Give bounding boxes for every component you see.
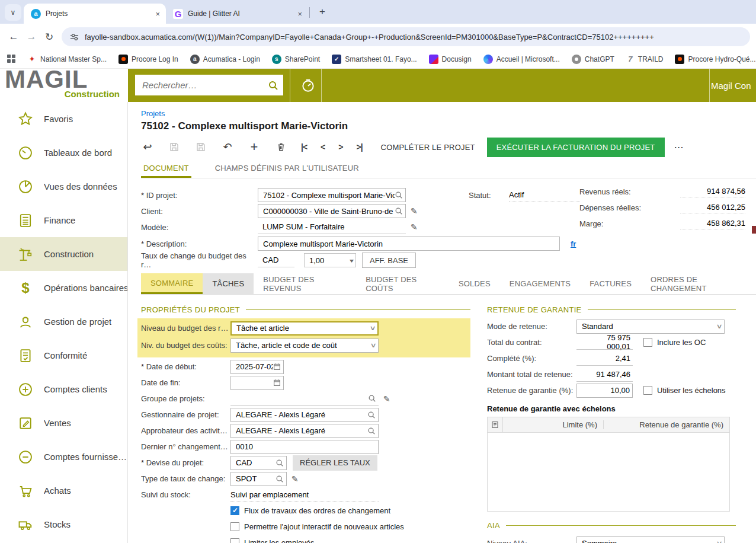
undo-icon[interactable]: ↶ bbox=[221, 140, 234, 154]
tab-soldes[interactable]: SOLDES bbox=[449, 273, 500, 294]
browser-tab-glitter[interactable]: G Guide | Glitter AI × bbox=[166, 4, 308, 24]
change-order-workflow-checkbox[interactable] bbox=[230, 506, 239, 515]
set-rates-button[interactable]: RÉGLER LES TAUX bbox=[293, 455, 377, 471]
bookmark-sharepoint[interactable]: s SharePoint bbox=[272, 55, 320, 64]
delete-icon[interactable] bbox=[274, 142, 287, 152]
browser-back-icon[interactable]: ← bbox=[5, 31, 23, 43]
tab-sommaire[interactable]: SOMMAIRE bbox=[141, 273, 203, 294]
new-tab-button[interactable]: + bbox=[315, 4, 330, 20]
start-date-field[interactable]: 2025-07-02 bbox=[230, 360, 284, 374]
limit-employees-checkbox[interactable] bbox=[230, 538, 239, 543]
tab-engagements[interactable]: ENGAGEMENTS bbox=[500, 273, 580, 294]
calendar-icon[interactable] bbox=[273, 363, 281, 370]
include-co-checkbox[interactable] bbox=[643, 338, 652, 347]
project-manager-field[interactable]: ALEGARE - Alexis Légaré bbox=[230, 408, 379, 422]
lookup-icon[interactable] bbox=[395, 191, 403, 199]
run-project-billing-button[interactable]: EXÉCUTER LA FACTURATION DU PROJET bbox=[487, 138, 665, 157]
translation-fr-link[interactable]: fr bbox=[571, 239, 576, 248]
template-field[interactable]: LUMP SUM - Forfaitaire bbox=[258, 220, 406, 234]
sidebar-item-tableaux-de-bord[interactable]: Tableaux de bord bbox=[0, 136, 127, 170]
close-tab-icon[interactable]: × bbox=[155, 9, 160, 18]
sidebar-item-vues-des-donnees[interactable]: Vues des données bbox=[0, 170, 127, 203]
last-record-icon[interactable]: >| bbox=[356, 142, 362, 152]
save-close-icon[interactable] bbox=[168, 142, 181, 152]
lookup-icon[interactable] bbox=[276, 459, 284, 467]
budget-rate-dropdown[interactable]: 1,00 ▾ bbox=[304, 253, 356, 267]
browser-reload-icon[interactable]: ↻ bbox=[40, 31, 58, 43]
search-input[interactable] bbox=[142, 80, 268, 90]
bookmark-procore-hydro[interactable]: Procore Hydro-Qué... bbox=[675, 55, 755, 64]
client-field[interactable]: C000000030 - Ville de Saint-Bruno-de bbox=[258, 204, 406, 218]
breadcrumb[interactable]: Projets bbox=[141, 109, 756, 118]
edit-pencil-icon[interactable]: ✎ bbox=[411, 206, 418, 216]
more-actions-icon[interactable]: ⋯ bbox=[674, 142, 685, 153]
bookmark-national-master[interactable]: ✦ National Master Sp... bbox=[27, 55, 107, 63]
aff-base-button[interactable]: AFF. BASE bbox=[362, 253, 416, 268]
table-empty-body[interactable] bbox=[488, 433, 729, 511]
sidebar-item-conformite[interactable]: Conformité bbox=[0, 338, 127, 372]
retainage-pct-field[interactable]: 10,00 bbox=[576, 384, 633, 398]
bookmark-smartsheet[interactable]: ✓ Smartsheet 01. Fayo... bbox=[332, 55, 417, 64]
calendar-icon[interactable] bbox=[273, 379, 281, 387]
browser-tab-projets[interactable]: a Projets × bbox=[24, 4, 166, 24]
lookup-icon[interactable] bbox=[368, 394, 376, 403]
sidebar-item-favoris[interactable]: Favoris bbox=[0, 102, 127, 136]
close-tab-icon[interactable]: × bbox=[297, 9, 302, 18]
lookup-icon[interactable] bbox=[395, 207, 403, 215]
bookmark-procore-login[interactable]: Procore Log In bbox=[118, 55, 178, 64]
allow-new-items-checkbox[interactable] bbox=[230, 522, 239, 531]
end-date-field[interactable] bbox=[230, 376, 284, 390]
sidebar-item-ventes[interactable]: Ventes bbox=[0, 406, 127, 440]
revenue-budget-level-dropdown[interactable]: Tâche et article ∨ bbox=[230, 321, 379, 336]
last-change-number-field[interactable]: 0010 bbox=[230, 440, 379, 454]
description-field[interactable]: Complexe multisport Marie-Victorin bbox=[258, 237, 560, 251]
tab-budget-revenus[interactable]: BUDGET DES REVENUS bbox=[254, 273, 356, 294]
site-settings-icon[interactable] bbox=[70, 33, 79, 41]
lookup-icon[interactable] bbox=[367, 427, 376, 435]
tab-user-defined-fields[interactable]: CHAMPS DÉFINIS PAR L'UTILISATEUR bbox=[213, 164, 361, 178]
lookup-icon[interactable] bbox=[367, 411, 376, 419]
project-currency-field[interactable]: CAD bbox=[230, 456, 287, 470]
sidebar-item-finance[interactable]: Finance bbox=[0, 203, 127, 237]
tab-budget-couts[interactable]: BUDGET DES COÛTS bbox=[356, 273, 449, 294]
edit-pencil-icon[interactable]: ✎ bbox=[411, 222, 418, 232]
first-record-icon[interactable]: |< bbox=[301, 142, 307, 152]
use-steps-checkbox[interactable] bbox=[643, 386, 652, 395]
bookmark-accueil-microsoft[interactable]: Accueil | Microsoft... bbox=[483, 55, 560, 64]
edit-pencil-icon[interactable]: ✎ bbox=[291, 474, 299, 484]
global-search[interactable] bbox=[135, 75, 283, 95]
browser-forward-icon[interactable]: → bbox=[23, 31, 40, 43]
budget-currency-field[interactable]: CAD bbox=[258, 253, 294, 267]
bookmark-docusign[interactable]: Docusign bbox=[429, 55, 472, 64]
bookmark-acumatica-login[interactable]: a Acumatica - Login bbox=[190, 55, 260, 64]
lookup-icon[interactable] bbox=[276, 475, 284, 483]
sidebar-item-comptes-clients[interactable]: Comptes clients bbox=[0, 372, 127, 406]
save-icon[interactable] bbox=[194, 142, 207, 152]
company-selector[interactable]: Magil Con bbox=[711, 69, 752, 102]
sidebar-item-comptes-fournisseurs[interactable]: Comptes fournisse… bbox=[0, 440, 127, 474]
activity-approver-field[interactable]: ALEGARE - Alexis Légaré bbox=[230, 424, 379, 438]
column-header-retainage[interactable]: Retenue de garantie (%) bbox=[604, 420, 729, 429]
sidebar-item-gestion-de-projet[interactable]: Gestion de projet bbox=[0, 305, 127, 338]
bookmark-traild[interactable]: 7 TRAILD bbox=[626, 55, 664, 63]
tab-factures[interactable]: FACTURES bbox=[580, 273, 641, 294]
search-icon[interactable] bbox=[268, 80, 278, 91]
tab-document[interactable]: DOCUMENT bbox=[141, 164, 191, 178]
rate-type-field[interactable]: SPOT bbox=[230, 472, 287, 486]
complete-project-button[interactable]: COMPLÉTER LE PROJET bbox=[381, 143, 475, 152]
address-bar[interactable]: fayolle-sandbox.acumatica.com/(W(1))/Mai… bbox=[62, 27, 750, 46]
bookmark-chatgpt[interactable]: ChatGPT bbox=[572, 55, 614, 64]
retainage-mode-dropdown[interactable]: Standard ∨ bbox=[576, 320, 725, 334]
sidebar-item-construction[interactable]: Construction bbox=[0, 237, 127, 271]
sidebar-item-operations-bancaires[interactable]: $ Opérations bancaires bbox=[0, 271, 127, 305]
cost-budget-level-dropdown[interactable]: Tâche, article et code de coût ∨ bbox=[230, 338, 379, 353]
apps-grid-icon[interactable] bbox=[7, 55, 15, 64]
go-back-icon[interactable]: ↩ bbox=[141, 140, 154, 154]
sidebar-item-achats[interactable]: Achats bbox=[0, 474, 127, 507]
add-record-icon[interactable]: + bbox=[248, 139, 261, 155]
tab-taches[interactable]: TÂCHES bbox=[203, 273, 254, 294]
time-tracking-icon[interactable] bbox=[295, 69, 321, 102]
previous-record-icon[interactable]: < bbox=[321, 142, 325, 152]
sidebar-item-stocks[interactable]: Stocks bbox=[0, 507, 127, 541]
aia-level-dropdown[interactable]: Sommaire ∨ bbox=[576, 536, 725, 543]
